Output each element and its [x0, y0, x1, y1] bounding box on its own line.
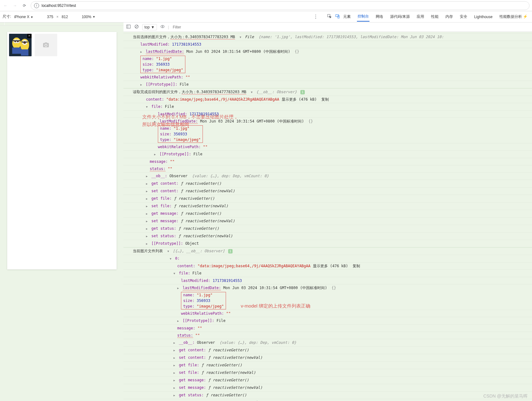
tab-sources[interactable]: 源代码/来源: [389, 12, 410, 21]
console-line[interactable]: lastModifiedDate: Mon Jun 03 2024 10:31:…: [123, 284, 532, 292]
console-line[interactable]: content: "data:image/jpeg;base64,/9j/4AA…: [123, 262, 532, 269]
console-line[interactable]: set content: ƒ reactiveSetter(newVal): [123, 187, 532, 195]
camera-icon: [43, 42, 49, 48]
upload-placeholder[interactable]: [35, 34, 57, 56]
console-entry[interactable]: 当前选择的图片文件，大小为：0.34039783477783203 MB Fil…: [123, 33, 532, 41]
console-line[interactable]: set file: ƒ reactiveSetter(newVal): [123, 202, 532, 210]
svg-point-20: [162, 26, 163, 27]
expand-toggle-icon[interactable]: [251, 89, 254, 95]
console-line[interactable]: set file: ƒ reactiveSetter(newVal): [123, 369, 532, 376]
console-line[interactable]: set content: ƒ reactiveSetter(newVal): [123, 354, 532, 361]
devtools-tabs: 元素 控制台 网络 源代码/来源 应用 性能 内存 安全 Lighthouse …: [343, 12, 532, 22]
tab-network[interactable]: 网络: [375, 12, 384, 21]
console-line[interactable]: [[Prototype]]: File: [123, 317, 532, 324]
chevron-down-icon: ▼: [93, 15, 95, 18]
site-info-icon[interactable]: i: [34, 3, 39, 8]
expand-toggle-icon[interactable]: [167, 248, 170, 254]
tab-lighthouse[interactable]: Lighthouse: [474, 13, 493, 21]
viewport-width[interactable]: 375: [47, 15, 53, 19]
console-line[interactable]: message: "": [123, 158, 532, 165]
expand-toggle-icon[interactable]: [239, 34, 243, 40]
device-preview-pane: ×: [0, 23, 123, 401]
console-line[interactable]: __ob__: Observer {value: {…}, dep: Dep, …: [123, 339, 532, 346]
console-line[interactable]: message: "": [123, 324, 532, 332]
context-selector[interactable]: top ▼: [142, 24, 157, 30]
svg-point-4: [12, 38, 21, 49]
device-toolbar: 尺寸: iPhone X ▼ 375 × 812 100% ▼: [0, 14, 98, 19]
console-line[interactable]: [[Prototype]]: File: [123, 150, 532, 158]
toggle-device-icon[interactable]: [335, 14, 340, 20]
console-line[interactable]: set status: ƒ reactiveSetter(newVal): [123, 232, 532, 240]
dimension-separator: ×: [56, 15, 58, 19]
expand-toggle-icon[interactable]: [146, 173, 149, 179]
console-entry[interactable]: 读取完成后得到的图片文件，大小为：0.34039783477783203 MB …: [123, 88, 532, 96]
back-icon: ←: [3, 3, 9, 9]
console-line[interactable]: file: File: [123, 269, 532, 277]
tab-elements[interactable]: 元素: [343, 12, 351, 21]
more-options-icon[interactable]: ⋮: [309, 14, 322, 20]
console-toolbar: top ▼ |: [123, 23, 532, 32]
info-badge-icon[interactable]: i: [300, 90, 305, 94]
console-line[interactable]: lastModifiedDate: Mon Jun 03 2024 10:31:…: [123, 118, 532, 125]
console-line[interactable]: set message: ƒ reactiveSetter(newVal): [123, 384, 532, 391]
tab-security[interactable]: 安全: [459, 12, 468, 21]
console-line[interactable]: get message: ƒ reactiveGetter(): [123, 376, 532, 384]
console-line[interactable]: status: "": [123, 332, 532, 339]
expand-toggle-icon[interactable]: [154, 152, 157, 157]
expand-toggle-icon[interactable]: [177, 285, 180, 291]
toolbar: 尺寸: iPhone X ▼ 375 × 812 100% ▼ ⋮ 元素 控制台…: [0, 11, 532, 23]
console-line[interactable]: file: File: [123, 103, 532, 110]
console-line[interactable]: content: "data:image/jpeg;base64,/9j/4AA…: [123, 96, 532, 103]
live-expression-icon[interactable]: [160, 24, 165, 30]
console-line[interactable]: lastModifiedDate: Mon Jun 03 2024 10:31:…: [123, 48, 532, 55]
console-line[interactable]: get content: ƒ reactiveGetter(): [123, 180, 532, 187]
tab-memory[interactable]: 内存: [445, 12, 454, 21]
console-line[interactable]: get file: ƒ reactiveGetter(): [123, 195, 532, 202]
tab-console[interactable]: 控制台: [357, 12, 369, 22]
expand-toggle-icon[interactable]: [140, 82, 143, 88]
expand-toggle-icon[interactable]: [140, 49, 143, 55]
console-line[interactable]: lastModified: 1717381914553: [123, 110, 532, 118]
inspect-element-icon[interactable]: [327, 14, 332, 20]
remove-image-icon[interactable]: ×: [27, 34, 32, 38]
console-filter-input[interactable]: [172, 24, 529, 30]
tab-performance[interactable]: 性能: [430, 12, 439, 21]
console-line[interactable]: [[Prototype]]: File: [123, 81, 532, 88]
size-label: 尺寸:: [3, 14, 11, 19]
info-badge-icon[interactable]: i: [228, 249, 233, 253]
forward-icon: →: [12, 3, 18, 9]
console-line[interactable]: get status: ƒ reactiveGetter(): [123, 225, 532, 232]
device-select[interactable]: iPhone X ▼: [14, 15, 33, 19]
reload-icon[interactable]: ⟳: [21, 3, 28, 9]
expand-toggle-icon[interactable]: [146, 104, 149, 110]
toggle-sidebar-icon[interactable]: [126, 24, 131, 30]
console-line[interactable]: set message: ƒ reactiveSetter(newVal): [123, 217, 532, 225]
console-entry[interactable]: 当前图片文件列表 [{…}, __ob__: Observer] i: [123, 247, 532, 255]
console-line[interactable]: set status: ƒ reactiveSetter(newVal): [123, 399, 532, 401]
console-line[interactable]: [[Prototype]]: Object: [123, 240, 532, 247]
zoom-select[interactable]: 100% ▼: [82, 15, 95, 19]
console-line[interactable]: __ob__: Observer {value: {…}, dep: Dep, …: [123, 172, 532, 180]
highlighted-properties: name: "1.jpg" size: 356933 type: "image/…: [140, 56, 185, 73]
viewport-height[interactable]: 812: [62, 15, 68, 19]
console-line[interactable]: status: "": [123, 165, 532, 172]
console-line[interactable]: webkitRelativePath: "": [123, 73, 532, 81]
console-line[interactable]: lastModified: 1717381914553: [123, 277, 532, 284]
highlighted-properties: name: "1.jpg" size: 356933 type: "image/…: [181, 292, 226, 309]
url-input[interactable]: i localhost:9527/#/test: [31, 1, 529, 10]
console-line[interactable]: 0:: [123, 255, 532, 262]
console-line[interactable]: webkitRelativePath: "": [123, 310, 532, 317]
console-line[interactable]: webkitRelativePath: "": [123, 143, 532, 150]
expand-toggle-icon[interactable]: [170, 256, 173, 262]
expand-toggle-icon[interactable]: [154, 119, 157, 124]
console-line[interactable]: get content: ƒ reactiveGetter(): [123, 346, 532, 354]
console-line[interactable]: get message: ƒ reactiveGetter(): [123, 210, 532, 217]
console-line[interactable]: lastModified: 1717381914553: [123, 41, 532, 48]
expand-toggle-icon[interactable]: [173, 271, 177, 276]
console-line[interactable]: get file: ƒ reactiveGetter(): [123, 361, 532, 369]
tab-performance-insights[interactable]: 性能数据分析 ⚡: [499, 12, 528, 21]
clear-console-icon[interactable]: [134, 24, 139, 30]
tab-application[interactable]: 应用: [416, 12, 425, 21]
uploaded-image-thumbnail[interactable]: ×: [9, 34, 32, 56]
console-line[interactable]: get status: ƒ reactiveGetter(): [123, 391, 532, 399]
